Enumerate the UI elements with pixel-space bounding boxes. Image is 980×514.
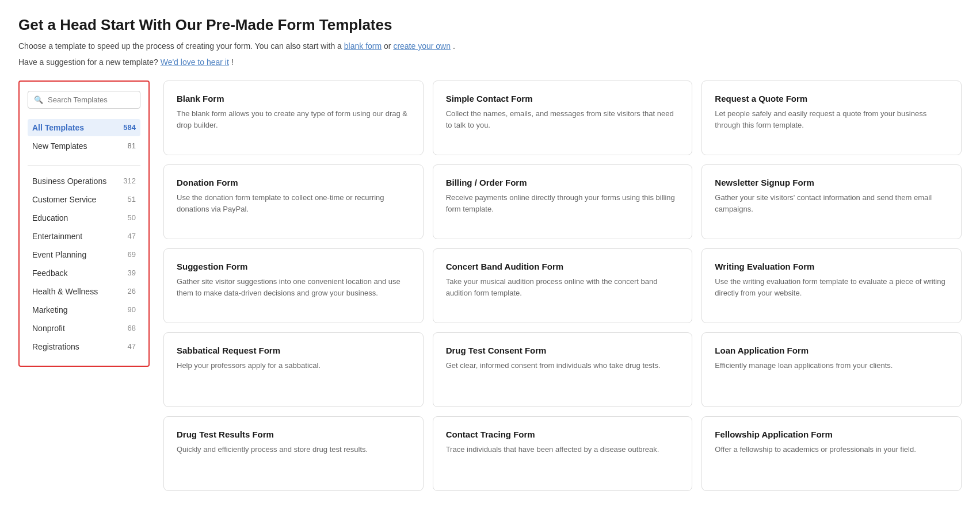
category-label: Business Operations	[32, 177, 106, 186]
category-count: 47	[128, 342, 136, 351]
category-count: 312	[123, 177, 136, 185]
category-count: 26	[128, 287, 136, 296]
subtitle-middle: or	[384, 41, 393, 51]
template-card[interactable]: Drug Test Consent Form Get clear, inform…	[433, 332, 693, 407]
sidebar-item-count: 584	[123, 123, 136, 132]
template-card[interactable]: Drug Test Results Form Quickly and effic…	[163, 416, 424, 491]
sidebar-item-new-templates[interactable]: New Templates 81	[28, 137, 140, 155]
page-wrapper: Get a Head Start With Our Pre-Made Form …	[0, 0, 980, 507]
sidebar-item-label: All Templates	[32, 123, 84, 132]
sidebar-category-feedback[interactable]: Feedback39	[28, 264, 140, 282]
template-card-desc: Quickly and efficiently process and stor…	[177, 444, 410, 455]
page-title: Get a Head Start With Our Pre-Made Form …	[18, 16, 962, 34]
blank-form-link[interactable]: blank form	[344, 41, 382, 51]
category-count: 47	[128, 232, 136, 240]
page-subtitle: Choose a template to speed up the proces…	[18, 40, 962, 52]
template-card[interactable]: Blank Form The blank form allows you to …	[163, 80, 424, 155]
template-card[interactable]: Billing / Order Form Receive payments on…	[433, 164, 693, 239]
category-label: Registrations	[32, 342, 79, 351]
sidebar-category-entertainment[interactable]: Entertainment47	[28, 228, 140, 245]
search-icon: 🔍	[34, 95, 43, 104]
template-card-title: Billing / Order Form	[446, 178, 680, 187]
template-card-title: Sabbatical Request Form	[177, 346, 410, 355]
sidebar-item-count: 81	[128, 141, 136, 150]
template-card-title: Suggestion Form	[177, 262, 410, 271]
sidebar-nav: All Templates 584 New Templates 81	[28, 119, 140, 155]
template-card-desc: Help your professors apply for a sabbati…	[177, 360, 410, 371]
category-count: 69	[128, 250, 136, 259]
template-grid: Blank Form The blank form allows you to …	[163, 80, 962, 491]
template-card[interactable]: Loan Application Form Efficiently manage…	[701, 332, 962, 407]
category-count: 68	[128, 324, 136, 332]
template-card[interactable]: Contact Tracing Form Trace individuals t…	[433, 416, 693, 491]
template-card-title: Fellowship Application Form	[715, 429, 948, 439]
template-card[interactable]: Request a Quote Form Let people safely a…	[701, 80, 962, 155]
content-area: 🔍 All Templates 584 New Templates 81 Bus…	[18, 80, 962, 491]
template-card-desc: Offer a fellowship to academics or profe…	[715, 444, 948, 455]
template-card-desc: Gather site visitor suggestions into one…	[177, 276, 410, 299]
template-card[interactable]: Concert Band Audition Form Take your mus…	[433, 248, 693, 323]
category-label: Event Planning	[32, 250, 86, 259]
template-card[interactable]: Donation Form Use the donation form temp…	[163, 164, 424, 239]
sidebar-category-health-and-wellness[interactable]: Health & Wellness26	[28, 283, 140, 300]
main-content: Blank Form The blank form allows you to …	[163, 80, 962, 491]
template-card-desc: Get clear, informed consent from individ…	[446, 360, 680, 371]
template-card-title: Donation Form	[177, 178, 410, 187]
subtitle-prefix: Choose a template to speed up the proces…	[18, 41, 342, 51]
template-card-title: Writing Evaluation Form	[715, 262, 948, 271]
sidebar-item-label: New Templates	[32, 141, 87, 151]
sidebar-category-registrations[interactable]: Registrations47	[28, 338, 140, 355]
search-input[interactable]	[48, 95, 134, 104]
template-card-title: Loan Application Form	[715, 346, 948, 355]
sidebar-category-customer-service[interactable]: Customer Service51	[28, 191, 140, 208]
search-box[interactable]: 🔍	[28, 91, 140, 109]
sidebar-categories: Business Operations312Customer Service51…	[28, 172, 140, 355]
category-label: Entertainment	[32, 232, 82, 241]
suggestion-link[interactable]: We'd love to hear it	[161, 57, 229, 67]
template-card-desc: Receive payments online directly through…	[446, 192, 680, 215]
suggestion-prefix: Have a suggestion for a new template?	[18, 57, 158, 67]
category-label: Feedback	[32, 268, 67, 278]
sidebar-category-marketing[interactable]: Marketing90	[28, 301, 140, 319]
template-card-title: Simple Contact Form	[446, 94, 680, 103]
sidebar: 🔍 All Templates 584 New Templates 81 Bus…	[18, 80, 150, 367]
template-card-desc: Efficiently manage loan applications fro…	[715, 360, 948, 371]
template-card-desc: The blank form allows you to create any …	[177, 108, 410, 131]
subtitle-suffix: .	[453, 41, 455, 51]
category-count: 50	[128, 213, 136, 222]
sidebar-category-nonprofit[interactable]: Nonprofit68	[28, 320, 140, 337]
template-card[interactable]: Newsletter Signup Form Gather your site …	[701, 164, 962, 239]
category-label: Education	[32, 213, 68, 223]
sidebar-category-event-planning[interactable]: Event Planning69	[28, 246, 140, 263]
suggestion-suffix: !	[231, 57, 234, 67]
category-label: Health & Wellness	[32, 287, 98, 296]
sidebar-item-all-templates[interactable]: All Templates 584	[28, 119, 140, 136]
category-count: 39	[128, 268, 136, 277]
template-card-title: Contact Tracing Form	[446, 429, 680, 439]
template-card-desc: Take your musical audition process onlin…	[446, 276, 680, 299]
template-card[interactable]: Simple Contact Form Collect the names, e…	[433, 80, 693, 155]
template-card-desc: Use the donation form template to collec…	[177, 192, 410, 215]
category-label: Marketing	[32, 305, 67, 314]
template-card-desc: Trace individuals that have been affecte…	[446, 444, 680, 455]
category-count: 90	[128, 305, 136, 314]
category-label: Customer Service	[32, 195, 96, 204]
template-card-desc: Collect the names, emails, and messages …	[446, 108, 680, 131]
template-card[interactable]: Suggestion Form Gather site visitor sugg…	[163, 248, 424, 323]
sidebar-category-education[interactable]: Education50	[28, 209, 140, 227]
template-card[interactable]: Fellowship Application Form Offer a fell…	[701, 416, 962, 491]
template-card-title: Request a Quote Form	[715, 94, 948, 103]
template-card[interactable]: Writing Evaluation Form Use the writing …	[701, 248, 962, 323]
create-own-link[interactable]: create your own	[393, 41, 451, 51]
template-card[interactable]: Sabbatical Request Form Help your profes…	[163, 332, 424, 407]
category-label: Nonprofit	[32, 324, 65, 333]
template-card-title: Drug Test Consent Form	[446, 346, 680, 355]
template-card-title: Blank Form	[177, 94, 410, 103]
template-card-title: Concert Band Audition Form	[446, 262, 680, 271]
template-card-title: Drug Test Results Form	[177, 429, 410, 439]
template-card-desc: Gather your site visitors' contact infor…	[715, 192, 948, 215]
sidebar-category-business-operations[interactable]: Business Operations312	[28, 172, 140, 190]
template-card-desc: Use the writing evaluation form template…	[715, 276, 948, 299]
sidebar-divider	[28, 165, 140, 166]
category-count: 51	[128, 195, 136, 204]
